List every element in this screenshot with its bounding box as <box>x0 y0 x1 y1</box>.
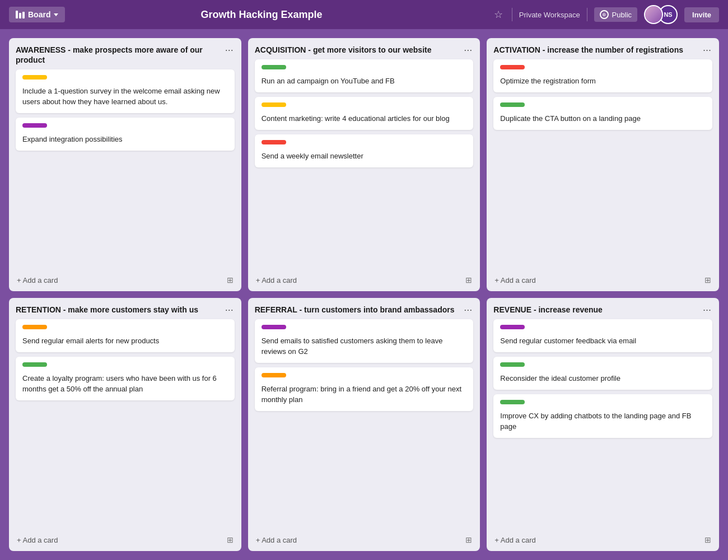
card[interactable]: Referral program: bring in a friend and … <box>255 367 474 411</box>
card[interactable]: Create a loyalty program: users who have… <box>16 357 235 400</box>
column-more-button[interactable]: ··· <box>224 45 235 55</box>
template-icon[interactable]: ⊞ <box>227 276 234 284</box>
column-title: ACQUISITION - get more visitors to our w… <box>255 45 463 55</box>
column-more-button[interactable]: ··· <box>463 305 473 315</box>
avatar-face <box>645 6 662 23</box>
card[interactable]: Expand integration possibilities <box>16 118 235 151</box>
card-text: Include a 1-question survey in the welco… <box>22 86 228 108</box>
globe-icon: ⊕ <box>600 10 609 19</box>
card-text: Referral program: bring in a friend and … <box>262 384 467 405</box>
template-icon[interactable]: ⊞ <box>465 535 472 544</box>
column-title: REFERRAL - turn customers into brand amb… <box>255 305 463 315</box>
card-tag-yellow <box>262 102 286 107</box>
card[interactable]: Send regular customer feedback via email <box>493 319 712 352</box>
add-card-row: + Add a card⊞ <box>255 533 474 544</box>
column-more-button[interactable]: ··· <box>463 45 473 55</box>
column-header: RETENTION - make more customers stay wit… <box>16 305 235 315</box>
card-tag-red <box>500 65 525 69</box>
card-tag-green <box>500 362 525 367</box>
add-card-button[interactable]: + Add a card <box>256 276 297 284</box>
card-text: Create a loyalty program: users who have… <box>22 374 228 395</box>
public-label: Public <box>612 11 632 19</box>
card-tag-green <box>500 102 525 107</box>
header: Board Growth Hacking Example ☆ Private W… <box>0 0 728 29</box>
invite-button[interactable]: Invite <box>684 7 719 22</box>
add-card-button[interactable]: + Add a card <box>494 536 535 544</box>
column-awareness: AWARENESS - make prospects more aware of… <box>9 38 241 291</box>
add-card-row: + Add a card⊞ <box>16 533 235 544</box>
add-card-button[interactable]: + Add a card <box>17 276 58 284</box>
card[interactable]: Run an ad campaign on YouTube and FB <box>255 59 474 92</box>
card[interactable]: Send regular email alerts for new produc… <box>16 319 235 352</box>
column-title: RETENTION - make more customers stay wit… <box>16 305 224 315</box>
workspace-label: Private Workspace <box>519 11 580 19</box>
add-card-row: + Add a card⊞ <box>255 273 474 284</box>
add-card-row: + Add a card⊞ <box>493 273 712 284</box>
card-tag-red <box>262 140 286 144</box>
column-acquisition: ACQUISITION - get more visitors to our w… <box>248 38 480 291</box>
card-text: Reconsider the ideal customer profile <box>500 374 706 384</box>
card[interactable]: Send emails to satisfied customers askin… <box>255 319 474 363</box>
public-button[interactable]: ⊕ Public <box>594 7 637 22</box>
column-header: REFERRAL - turn customers into brand amb… <box>255 305 474 315</box>
star-button[interactable]: ☆ <box>492 6 505 23</box>
add-card-button[interactable]: + Add a card <box>494 276 535 284</box>
card[interactable]: Send a weekly email newsletter <box>255 134 474 167</box>
card-text: Send regular email alerts for new produc… <box>22 336 228 347</box>
column-revenue: REVENUE - increase revenue···Send regula… <box>487 298 719 551</box>
card-text: Duplicate the CTA button on a landing pa… <box>500 114 706 124</box>
column-title: ACTIVATION - increase the number of regi… <box>493 45 702 55</box>
board-row-2: RETENTION - make more customers stay wit… <box>9 298 719 551</box>
divider <box>512 8 512 21</box>
column-header: AWARENESS - make prospects more aware of… <box>16 45 235 65</box>
card[interactable]: Reconsider the ideal customer profile <box>493 357 712 390</box>
card-text: Send a weekly email newsletter <box>262 151 467 162</box>
divider <box>587 8 587 21</box>
card-text: Improve CX by adding chatbots to the lan… <box>500 411 706 432</box>
column-more-button[interactable]: ··· <box>224 305 235 315</box>
card[interactable]: Content marketing: write 4 educational a… <box>255 97 474 130</box>
card-tag-green <box>22 362 47 367</box>
column-more-button[interactable]: ··· <box>702 45 712 55</box>
card-tag-yellow <box>22 75 47 80</box>
column-header: ACQUISITION - get more visitors to our w… <box>255 45 474 55</box>
column-more-button[interactable]: ··· <box>702 305 712 315</box>
card-tag-purple <box>262 325 286 329</box>
card-tag-orange <box>262 373 286 377</box>
card-text: Send emails to satisfied customers askin… <box>262 336 467 357</box>
card-tag-orange <box>22 325 47 329</box>
template-icon[interactable]: ⊞ <box>704 535 711 544</box>
card-text: Content marketing: write 4 educational a… <box>262 114 467 124</box>
avatar[interactable] <box>644 5 663 24</box>
avatar-group: NS <box>644 5 678 24</box>
card-tag-green <box>262 65 286 69</box>
card[interactable]: Improve CX by adding chatbots to the lan… <box>493 394 712 438</box>
column-referral: REFERRAL - turn customers into brand amb… <box>248 298 480 551</box>
card[interactable]: Duplicate the CTA button on a landing pa… <box>493 97 712 130</box>
card-text: Expand integration possibilities <box>22 134 228 145</box>
template-icon[interactable]: ⊞ <box>704 276 711 284</box>
add-card-row: + Add a card⊞ <box>493 533 712 544</box>
card[interactable]: Optimize the registration form <box>493 59 712 92</box>
card-tag-green <box>500 400 525 404</box>
card-tag-purple <box>500 325 525 329</box>
card-text: Run an ad campaign on YouTube and FB <box>262 76 467 87</box>
add-card-button[interactable]: + Add a card <box>17 536 58 544</box>
column-title: AWARENESS - make prospects more aware of… <box>16 45 224 65</box>
column-title: REVENUE - increase revenue <box>493 305 702 315</box>
card-text: Optimize the registration form <box>500 76 706 87</box>
board-row-1: AWARENESS - make prospects more aware of… <box>9 38 719 291</box>
template-icon[interactable]: ⊞ <box>227 535 234 544</box>
card[interactable]: Include a 1-question survey in the welco… <box>16 69 235 113</box>
page-title: Growth Hacking Example <box>38 9 484 21</box>
column-header: REVENUE - increase revenue··· <box>493 305 712 315</box>
column-activation: ACTIVATION - increase the number of regi… <box>487 38 719 291</box>
card-text: Send regular customer feedback via email <box>500 336 706 347</box>
add-card-row: + Add a card⊞ <box>16 273 235 284</box>
add-card-button[interactable]: + Add a card <box>256 536 297 544</box>
template-icon[interactable]: ⊞ <box>465 276 472 284</box>
card-tag-purple <box>22 123 47 128</box>
board-icon <box>16 11 25 18</box>
column-header: ACTIVATION - increase the number of regi… <box>493 45 712 55</box>
column-retention: RETENTION - make more customers stay wit… <box>9 298 241 551</box>
